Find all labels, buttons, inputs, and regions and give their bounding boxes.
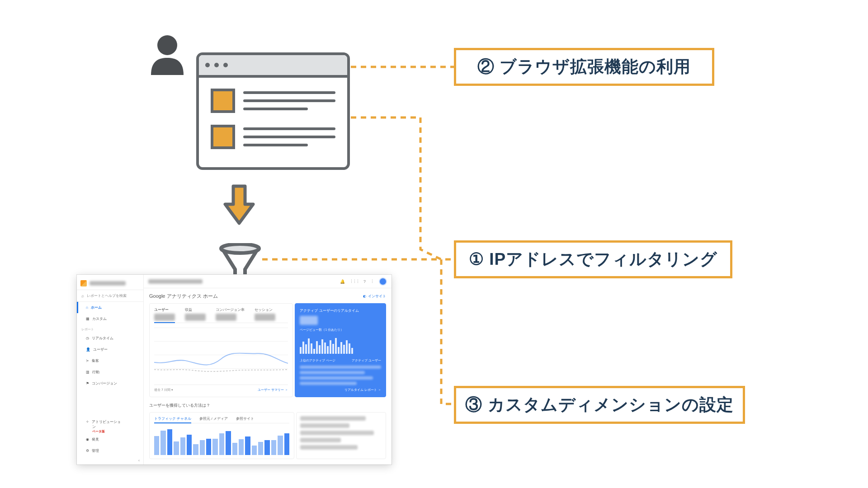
clock-icon: ◷ [86,336,89,340]
ga-acq-right-panel [296,412,386,459]
browser-window-illustration [196,52,350,170]
search-icon: ⌕ [81,293,84,298]
realtime-subtitle: ページビュー数（1 分あたり） [300,328,381,332]
callout-custom-dimension: ③ カスタムディメンションの設定 [454,386,745,424]
home-icon: ⌂ [86,305,88,310]
callout-label: ② ブラウザ拡張機能の利用 [477,56,691,78]
window-dot-icon [214,63,219,67]
ga-nav-user[interactable]: 👤ユーザー [77,344,143,355]
ga-sidebar: ⌕ レポートとヘルプを検索 ⌂ホーム ▦カスタム レポート ◷リアルタイム 👤ユ… [77,275,144,465]
browser-content-row [211,89,335,113]
window-dot-icon [223,63,228,67]
ga-nav-home[interactable]: ⌂ホーム [77,302,143,313]
ga-search-placeholder: レポートとヘルプを検索 [87,293,127,298]
ga-metrics-panel: ユーザー 収益 コンバージョン率 セッション 過去 7 [149,303,293,397]
acq-title: ユーザーを獲得している方法は？ [149,401,386,408]
ga-line-chart [154,328,288,382]
ga-home-title: Google アナリティクス ホーム [149,293,218,300]
content-thumbnail-icon [211,125,235,149]
ga-nav-attribution[interactable]: ✧アトリビューショ ン ベータ版 [77,418,143,434]
chevron-left-icon[interactable]: ‹ [77,456,143,465]
bell-icon[interactable]: 🔔 [340,279,345,284]
ga-topbar: 🔔 ⋮⋮⋮ ? ⋮ [144,275,392,288]
ga-nav-section: レポート [77,324,143,333]
metric-tab-cvr[interactable]: コンバージョン率 [216,307,245,321]
acq-tab-channel[interactable]: トラフィック チャネル [154,416,191,423]
text-line-icon [243,108,308,110]
ga-nav-realtime[interactable]: ◷リアルタイム [77,333,143,344]
browser-titlebar [199,55,347,78]
content-thumbnail-icon [211,89,235,113]
ga-nav-admin[interactable]: ⚙管理 [77,445,143,456]
behavior-icon: ▥ [86,370,90,374]
grid-icon: ▦ [86,317,90,321]
callout-browser-extension: ② ブラウザ拡張機能の利用 [454,48,714,86]
user-icon: 👤 [86,347,90,352]
realtime-title: アクティブ ユーザーのリアルタイム [300,308,381,313]
ga-nav-custom[interactable]: ▦カスタム [77,313,143,324]
callout-label: ③ カスタムディメンションの設定 [465,394,733,416]
ga-nav-acquisition[interactable]: ≻集客 [77,355,143,366]
metric-tab-sessions[interactable]: セッション [255,307,275,321]
text-line-icon [243,99,335,102]
acq-bar-chart [154,428,289,455]
window-dot-icon [205,63,210,67]
acq-tab-source-medium[interactable]: 参照元 / メディア [199,416,228,421]
gear-icon: ⚙ [86,449,89,453]
ga-nav-discover[interactable]: ◉発見 [77,434,143,445]
help-icon[interactable]: ? [363,279,366,284]
user-summary-link[interactable]: ユーザー サマリー ＞ [258,388,288,392]
arrow-down-icon [223,184,255,227]
ga-acq-panel: トラフィック チャネル 参照元 / メディア 参照サイト [149,412,294,459]
user-icon [148,34,186,75]
attribution-icon: ✧ [86,420,89,424]
realtime-count [300,316,318,325]
ga-insights-link[interactable]: ◐ インサイト [363,294,386,299]
callout-label: ① IPアドレスでフィルタリング [469,248,717,271]
callout-ip-filter: ① IPアドレスでフィルタリング [454,240,732,278]
text-line-icon [243,144,308,146]
avatar[interactable] [379,277,387,286]
apps-icon[interactable]: ⋮⋮⋮ [349,279,359,284]
browser-content-row [211,125,335,149]
text-line-icon [243,127,335,130]
more-icon[interactable]: ⋮ [370,279,374,284]
ga-screenshot: ⌕ レポートとヘルプを検索 ⌂ホーム ▦カスタム レポート ◷リアルタイム 👤ユ… [77,275,392,465]
ga-nav-behavior[interactable]: ▥行動 [77,366,143,378]
metric-tab-users[interactable]: ユーザー [154,307,175,323]
svg-point-1 [221,244,259,253]
metric-tab-revenue[interactable]: 収益 [185,307,206,321]
acquisition-icon: ≻ [86,359,89,363]
realtime-bar-chart [300,337,381,354]
date-range-picker[interactable]: 過去 7 日間 ▾ [154,388,173,392]
text-line-icon [243,136,335,138]
svg-point-0 [157,35,177,55]
flag-icon: ⚑ [86,381,89,385]
beta-badge: ベータ版 [86,429,105,434]
ga-realtime-panel: アクティブ ユーザーのリアルタイム ページビュー数（1 分あたり） 上位のアクテ… [295,303,386,397]
insights-icon: ◐ [363,294,366,298]
discover-icon: ◉ [86,437,89,441]
ga-search[interactable]: ⌕ レポートとヘルプを検索 [77,290,143,302]
ga-nav-conversion[interactable]: ⚑コンバージョン [77,378,143,389]
text-line-icon [243,91,335,94]
ga-logo-icon [80,280,87,286]
realtime-report-link[interactable]: リアルタイム レポート ＞ [300,388,381,392]
acq-tab-referral[interactable]: 参照サイト [236,416,254,421]
